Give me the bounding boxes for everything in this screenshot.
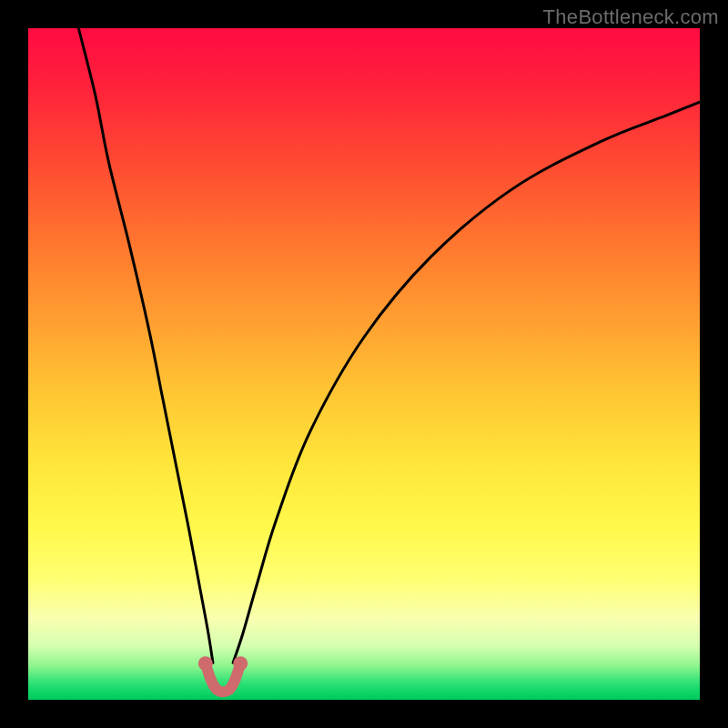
watermark-text: TheBottleneck.com (543, 5, 719, 29)
series-valley-marker-endpoint (198, 656, 213, 671)
series-left-branch (78, 28, 213, 662)
series-valley-marker-endpoint (233, 656, 248, 671)
series-group (78, 28, 700, 692)
chart-svg (28, 28, 700, 700)
chart-frame: TheBottleneck.com (0, 0, 728, 728)
plot-area (28, 28, 700, 700)
series-right-branch (233, 102, 700, 662)
